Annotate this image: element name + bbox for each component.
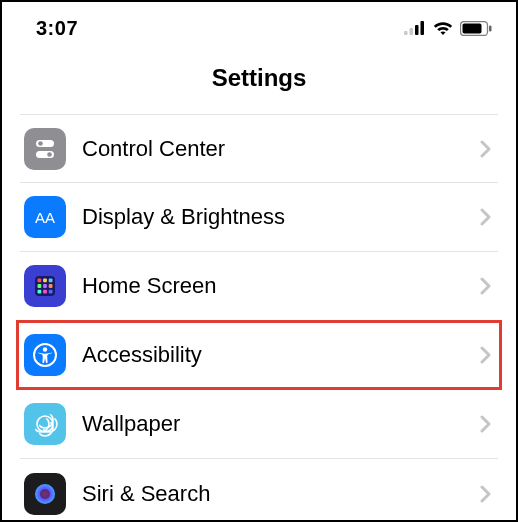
svg-point-27 bbox=[33, 416, 49, 432]
svg-rect-17 bbox=[43, 284, 47, 288]
svg-rect-3 bbox=[421, 21, 425, 35]
svg-rect-13 bbox=[38, 279, 42, 283]
svg-rect-21 bbox=[49, 290, 53, 294]
chevron-right-icon bbox=[480, 208, 492, 226]
settings-row-control-center[interactable]: Control Center bbox=[20, 114, 498, 183]
settings-row-label: Accessibility bbox=[66, 342, 480, 368]
status-time: 3:07 bbox=[36, 17, 78, 40]
svg-rect-19 bbox=[38, 290, 42, 294]
settings-list: Control Center AA Display & Brightness bbox=[20, 114, 498, 522]
settings-row-wallpaper[interactable]: Wallpaper bbox=[20, 390, 498, 459]
settings-row-label: Siri & Search bbox=[66, 481, 480, 507]
status-bar: 3:07 bbox=[2, 2, 516, 50]
svg-point-24 bbox=[37, 416, 53, 432]
header: Settings bbox=[2, 50, 516, 114]
svg-point-10 bbox=[47, 152, 52, 157]
chevron-right-icon bbox=[480, 277, 492, 295]
svg-rect-20 bbox=[43, 290, 47, 294]
settings-row-label: Display & Brightness bbox=[66, 204, 480, 230]
svg-rect-0 bbox=[404, 31, 408, 35]
svg-rect-5 bbox=[463, 23, 482, 33]
home-screen-icon bbox=[24, 265, 66, 307]
svg-point-8 bbox=[38, 141, 43, 146]
svg-point-30 bbox=[40, 489, 50, 499]
svg-point-25 bbox=[37, 412, 53, 428]
control-center-icon bbox=[24, 128, 66, 170]
wallpaper-icon bbox=[24, 403, 66, 445]
chevron-right-icon bbox=[480, 140, 492, 158]
cellular-signal-icon bbox=[404, 21, 426, 35]
display-brightness-icon: AA bbox=[24, 196, 66, 238]
svg-rect-14 bbox=[43, 279, 47, 283]
svg-rect-6 bbox=[489, 25, 492, 31]
settings-row-home-screen[interactable]: Home Screen bbox=[20, 252, 498, 321]
chevron-right-icon bbox=[480, 346, 492, 364]
svg-rect-2 bbox=[415, 25, 419, 35]
svg-rect-15 bbox=[49, 279, 53, 283]
settings-row-accessibility[interactable]: Accessibility bbox=[20, 321, 498, 390]
settings-row-label: Control Center bbox=[66, 136, 480, 162]
settings-row-label: Home Screen bbox=[66, 273, 480, 299]
settings-row-siri-search[interactable]: Siri & Search bbox=[20, 459, 498, 522]
page-title: Settings bbox=[2, 64, 516, 92]
screen: 3:07 bbox=[0, 0, 518, 522]
svg-text:AA: AA bbox=[35, 209, 55, 226]
accessibility-icon bbox=[24, 334, 66, 376]
chevron-right-icon bbox=[480, 415, 492, 433]
svg-point-23 bbox=[43, 347, 47, 351]
svg-rect-1 bbox=[410, 28, 414, 35]
settings-row-label: Wallpaper bbox=[66, 411, 480, 437]
siri-search-icon bbox=[24, 473, 66, 515]
chevron-right-icon bbox=[480, 485, 492, 503]
wifi-icon bbox=[432, 20, 454, 36]
battery-icon bbox=[460, 21, 492, 36]
settings-row-display-brightness[interactable]: AA Display & Brightness bbox=[20, 183, 498, 252]
status-indicators bbox=[404, 20, 492, 36]
svg-rect-16 bbox=[38, 284, 42, 288]
svg-rect-18 bbox=[49, 284, 53, 288]
